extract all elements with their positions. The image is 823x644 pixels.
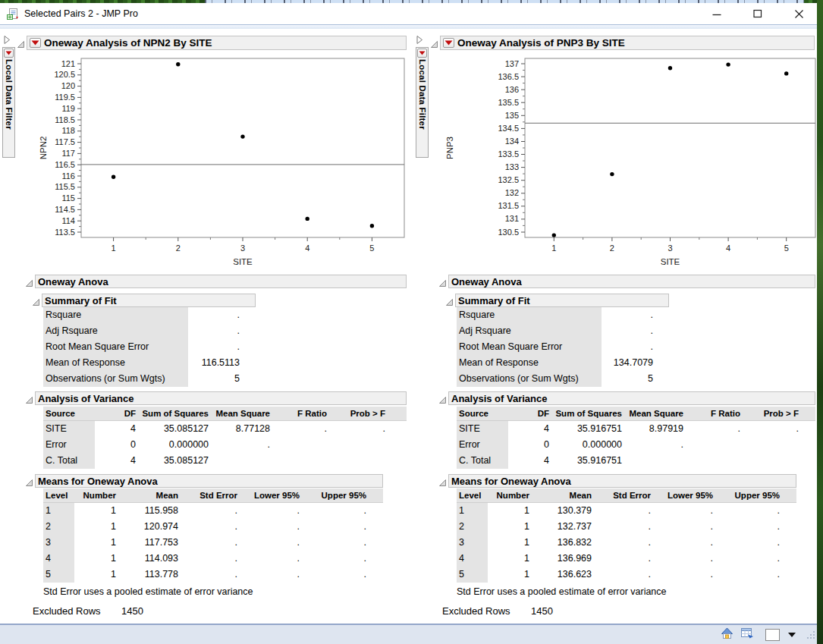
table-cell: . xyxy=(652,551,715,567)
panel-disclosure-icon[interactable] xyxy=(3,34,11,48)
close-button[interactable] xyxy=(791,6,806,21)
section-title: Means for Oneway Anova xyxy=(451,476,571,487)
disclosure-triangle-icon[interactable] xyxy=(32,296,40,309)
disclosure-triangle-icon[interactable] xyxy=(25,476,33,490)
panel-box[interactable] xyxy=(765,629,780,641)
analysis-of-variance-header-bar[interactable]: Analysis of Variance xyxy=(35,391,407,405)
oneway-analysis-header-bar[interactable]: Oneway Analysis of PNP3 By SITE xyxy=(440,36,815,50)
scatter-plot-pnp3-by-site[interactable]: 137136.5136135.5135134.5134133.5133132.5… xyxy=(413,50,817,272)
table-cell xyxy=(685,437,742,453)
table-cell: . xyxy=(624,437,685,453)
table-cell: . xyxy=(188,307,241,323)
svg-text:136: 136 xyxy=(505,85,519,94)
table-row: 51136.623... xyxy=(457,567,796,583)
table-cell: 0.000000 xyxy=(551,437,624,453)
means-header-bar[interactable]: Means for Oneway Anova xyxy=(448,474,796,488)
table-cell: 1 xyxy=(488,519,531,535)
table-cell: 134.7079 xyxy=(602,355,655,371)
table-cell: 130.379 xyxy=(531,503,593,519)
table-header-row: LevelNumberMeanStd ErrorLower 95%Upper 9… xyxy=(43,488,383,503)
disclosure-triangle-icon[interactable] xyxy=(445,296,454,309)
scatter-plot-npn2-by-site[interactable]: 121120.5120119.5119118.5118117.5117116.5… xyxy=(0,50,410,272)
table-cell: Mean of Response xyxy=(43,355,188,371)
table-cell: . xyxy=(301,567,368,583)
excluded-rows-value: 1450 xyxy=(121,605,143,617)
window-title: Selected Pairs 2 - JMP Pro xyxy=(24,8,138,19)
table-cell: Adj Rsquare xyxy=(43,323,188,339)
minimize-button[interactable] xyxy=(709,6,724,21)
table-row: SITE435.9167518.97919.. xyxy=(457,421,815,437)
means-header-bar[interactable]: Means for Oneway Anova xyxy=(35,474,383,488)
std-error-footnote: Std Error uses a pooled estimate of erro… xyxy=(43,586,253,597)
oneway-anova-header-bar[interactable]: Oneway Anova xyxy=(448,275,815,288)
table-cell: Root Mean Square Error xyxy=(43,339,188,355)
disclosure-triangle-icon[interactable] xyxy=(438,476,447,490)
panel-title: Oneway Analysis of NPN2 By SITE xyxy=(44,37,212,49)
disclosure-triangle-icon[interactable] xyxy=(438,277,447,291)
data-table-icon[interactable] xyxy=(740,627,754,642)
red-triangle-menu-icon[interactable] xyxy=(30,38,41,48)
disclosure-triangle-icon[interactable] xyxy=(25,394,33,407)
svg-text:115: 115 xyxy=(61,193,75,203)
svg-text:116.5: 116.5 xyxy=(55,160,75,169)
table-cell: 3 xyxy=(43,535,74,551)
table-cell: . xyxy=(301,535,368,551)
analysis-of-variance-header-bar[interactable]: Analysis of Variance xyxy=(448,391,815,405)
svg-text:118.5: 118.5 xyxy=(55,115,75,124)
svg-text:135.5: 135.5 xyxy=(498,98,519,107)
table-row: Mean of Response134.7079 xyxy=(457,355,655,371)
section-title: Summary of Fit xyxy=(45,295,117,306)
table-cell: Mean of Response xyxy=(457,355,602,371)
summary-of-fit-header-bar[interactable]: Summary of Fit xyxy=(455,294,669,307)
table-cell: Error xyxy=(457,437,508,453)
disclosure-triangle-icon[interactable] xyxy=(25,277,33,291)
table-header-row: SourceDFSum of SquaresMean SquareF Ratio… xyxy=(457,407,815,421)
red-triangle-menu-icon[interactable] xyxy=(443,38,454,48)
table-cell: . xyxy=(328,421,387,437)
table-row: Adj Rsquare. xyxy=(43,323,241,339)
svg-text:5: 5 xyxy=(369,243,374,253)
svg-text:133: 133 xyxy=(505,162,519,171)
oneway-anova-header-bar[interactable]: Oneway Anova xyxy=(35,275,407,288)
table-cell: 136.832 xyxy=(531,535,593,551)
table-cell: . xyxy=(180,551,239,567)
table-cell: . xyxy=(715,535,781,551)
table-row: Observations (or Sum Wgts)5 xyxy=(457,371,655,387)
table-cell: Error xyxy=(43,437,95,453)
svg-text:4: 4 xyxy=(305,243,309,253)
table-row: Error00.000000. xyxy=(43,437,407,453)
panel-disclosure-icon[interactable] xyxy=(416,34,423,48)
table-cell: Number xyxy=(74,488,118,502)
title-bar[interactable]: Selected Pairs 2 - JMP Pro xyxy=(0,3,823,24)
table-cell: Root Mean Square Error xyxy=(457,339,602,355)
svg-text:117: 117 xyxy=(61,149,75,158)
svg-text:119.5: 119.5 xyxy=(55,93,75,102)
table-row: 21120.974... xyxy=(43,519,383,535)
resize-grip[interactable] xyxy=(807,628,815,642)
dropdown-arrow-icon[interactable] xyxy=(788,633,796,637)
table-cell: . xyxy=(239,551,301,567)
svg-text:113.5: 113.5 xyxy=(55,228,75,237)
table-cell: C. Total xyxy=(43,453,95,469)
table-cell: 4 xyxy=(95,421,137,437)
table-cell: . xyxy=(652,519,715,535)
home-icon[interactable] xyxy=(721,627,733,642)
table-cell: . xyxy=(593,535,652,551)
svg-text:120.5: 120.5 xyxy=(54,70,75,79)
svg-text:3: 3 xyxy=(668,243,672,253)
oneway-analysis-header-bar[interactable]: Oneway Analysis of NPN2 By SITE xyxy=(27,36,407,50)
means-table: LevelNumberMeanStd ErrorLower 95%Upper 9… xyxy=(457,488,796,583)
table-cell: F Ratio xyxy=(272,407,328,420)
disclosure-triangle-icon[interactable] xyxy=(438,394,447,407)
table-cell xyxy=(742,453,800,469)
maximize-button[interactable] xyxy=(750,6,765,21)
svg-text:132: 132 xyxy=(505,188,519,197)
table-cell: Observations (or Sum Wgts) xyxy=(43,371,188,387)
table-row: Observations (or Sum Wgts)5 xyxy=(43,371,241,387)
table-cell: . xyxy=(715,503,781,519)
table-cell: 115.958 xyxy=(118,503,180,519)
table-cell: 5 xyxy=(43,567,74,583)
summary-of-fit-header-bar[interactable]: Summary of Fit xyxy=(42,294,256,307)
jmp-report-icon xyxy=(6,8,19,20)
status-bar xyxy=(0,624,823,644)
